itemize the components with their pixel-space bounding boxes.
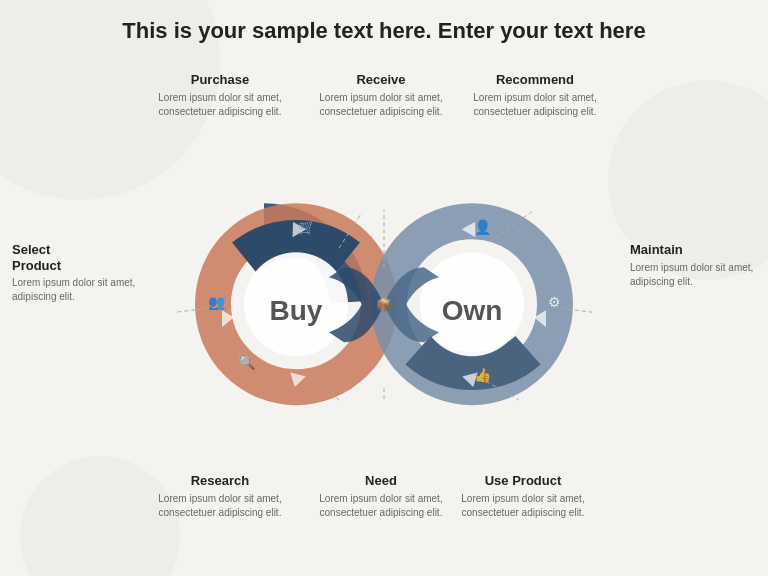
label-need: Need Lorem ipsum dolor sit amet, consect… xyxy=(316,473,446,520)
diagram-area: Purchase Lorem ipsum dolor sit amet, con… xyxy=(0,52,768,542)
svg-text:⚙: ⚙ xyxy=(548,294,561,310)
infinity-diagram: Buy Own 🛒 👤 ⚙ 👍 🔍 👥 📦 xyxy=(144,172,624,432)
svg-text:Own: Own xyxy=(442,295,503,326)
svg-text:👤: 👤 xyxy=(474,219,492,236)
svg-text:🔍: 🔍 xyxy=(238,354,256,371)
label-select: SelectProduct Lorem ipsum dolor sit amet… xyxy=(12,242,142,304)
label-receive: Receive Lorem ipsum dolor sit amet, cons… xyxy=(316,72,446,119)
svg-text:📦: 📦 xyxy=(376,296,393,313)
label-research: Research Lorem ipsum dolor sit amet, con… xyxy=(155,473,285,520)
svg-text:👥: 👥 xyxy=(208,294,226,311)
label-maintain: Maintain Lorem ipsum dolor sit amet, adi… xyxy=(630,242,760,289)
svg-text:Buy: Buy xyxy=(270,295,323,326)
label-use: Use Product Lorem ipsum dolor sit amet, … xyxy=(458,473,588,520)
page-title: This is your sample text here. Enter you… xyxy=(0,0,768,52)
svg-text:🛒: 🛒 xyxy=(298,219,316,236)
label-purchase: Purchase Lorem ipsum dolor sit amet, con… xyxy=(155,72,285,119)
label-recommend: Recommend Lorem ipsum dolor sit amet, co… xyxy=(470,72,600,119)
